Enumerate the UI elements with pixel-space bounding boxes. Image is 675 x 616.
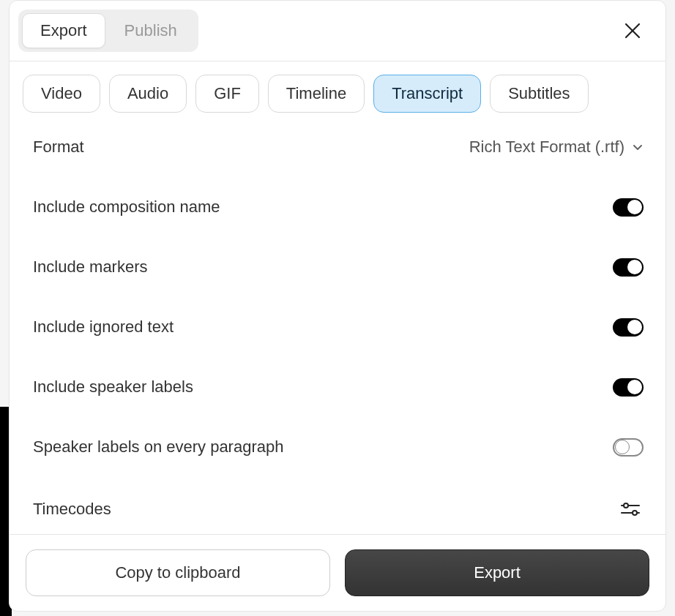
export-button[interactable]: Export: [345, 549, 649, 596]
option-label: Include markers: [33, 258, 148, 277]
format-dropdown[interactable]: Rich Text Format (.rtf): [469, 138, 644, 157]
toggle-include-speaker-labels[interactable]: [613, 378, 644, 397]
timecodes-settings-button[interactable]: [617, 497, 644, 521]
header-tab-publish[interactable]: Publish: [107, 13, 195, 48]
option-include-ignored-text: Include ignored text: [10, 297, 665, 357]
svg-point-5: [633, 511, 637, 515]
panel-body: Video Audio GIF Timeline Transcript Subt…: [10, 61, 665, 534]
option-label: Include ignored text: [33, 318, 174, 337]
copy-to-clipboard-button[interactable]: Copy to clipboard: [26, 549, 330, 596]
toggle-include-composition-name[interactable]: [613, 198, 644, 217]
option-label: Speaker labels on every paragraph: [33, 437, 283, 457]
option-include-markers: Include markers: [10, 237, 665, 297]
option-label: Include composition name: [33, 198, 220, 217]
chevron-down-icon: [632, 141, 644, 153]
header-tab-group: Export Publish: [18, 10, 198, 52]
sub-tab-audio[interactable]: Audio: [109, 75, 187, 113]
option-include-speaker-labels: Include speaker labels: [10, 357, 665, 417]
close-button[interactable]: [617, 15, 648, 46]
sub-tab-transcript[interactable]: Transcript: [373, 75, 481, 113]
header-tab-export[interactable]: Export: [22, 13, 105, 48]
export-type-tabs: Video Audio GIF Timeline Transcript Subt…: [10, 61, 665, 117]
sub-tab-subtitles[interactable]: Subtitles: [490, 75, 588, 113]
panel-footer: Copy to clipboard Export: [10, 534, 665, 611]
toggle-include-markers[interactable]: [613, 258, 644, 277]
toggle-speaker-labels-every-paragraph[interactable]: [613, 438, 644, 457]
option-label: Include speaker labels: [33, 378, 193, 397]
format-label: Format: [33, 138, 84, 157]
format-row: Format Rich Text Format (.rtf): [10, 117, 665, 177]
sub-tab-gif[interactable]: GIF: [195, 75, 259, 113]
timecodes-label: Timecodes: [33, 500, 111, 519]
close-icon: [623, 21, 642, 40]
svg-point-3: [624, 503, 628, 508]
sub-tab-timeline[interactable]: Timeline: [268, 75, 365, 113]
format-value: Rich Text Format (.rtf): [469, 138, 624, 157]
toggle-include-ignored-text[interactable]: [613, 318, 644, 337]
sliders-icon: [620, 500, 641, 518]
option-include-composition-name: Include composition name: [10, 177, 665, 237]
option-speaker-labels-every-paragraph: Speaker labels on every paragraph: [10, 417, 665, 477]
panel-header: Export Publish: [10, 1, 665, 61]
export-panel: Export Publish Video Audio GIF Timeline …: [9, 0, 666, 612]
sub-tab-video[interactable]: Video: [23, 75, 100, 113]
timecodes-row: Timecodes: [10, 477, 665, 534]
